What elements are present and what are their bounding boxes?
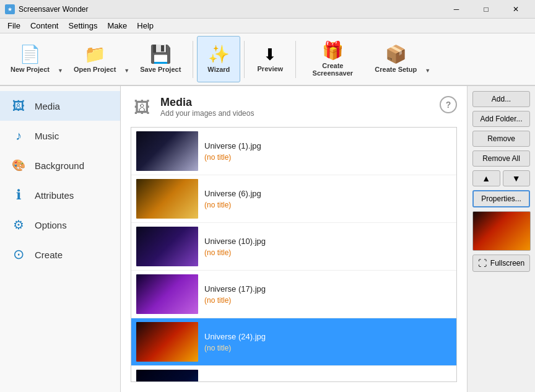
sidebar-item-background[interactable]: 🎨 Background xyxy=(0,150,120,180)
sidebar-create-label: Create xyxy=(35,250,63,260)
title-bar: ★ Screensaver Wonder ─ □ ✕ xyxy=(0,0,535,19)
sidebar-media-label: Media xyxy=(35,101,60,111)
menu-file[interactable]: File xyxy=(2,20,25,32)
menu-content[interactable]: Content xyxy=(25,20,64,32)
fullscreen-button[interactable]: ⛶ Fullscreen xyxy=(472,255,530,272)
sidebar-item-create[interactable]: ⊙ Create xyxy=(0,240,120,269)
maximize-button[interactable]: □ xyxy=(472,0,500,19)
media-info-2: Universe (6).jpg (no title) xyxy=(204,189,451,209)
media-info-3: Universe (10).jpg (no title) xyxy=(204,237,451,257)
wizard-button[interactable]: ✨ Wizard xyxy=(197,36,240,82)
create-setup-arrow[interactable]: ▼ xyxy=(425,36,432,82)
open-project-group: 📁 Open Project ▼ xyxy=(66,36,131,82)
create-screensaver-button[interactable]: 🎁 Create Screensaver xyxy=(300,36,365,82)
media-thumb-5 xyxy=(136,322,198,362)
sidebar: 🖼 Media ♪ Music 🎨 Background ℹ Attribute… xyxy=(0,86,121,392)
menu-bar: File Content Settings Make Help xyxy=(0,19,535,33)
content-subtitle: Add your images and videos xyxy=(160,109,254,118)
create-setup-button[interactable]: 📦 Create Setup xyxy=(367,36,425,82)
remove-button[interactable]: Remove xyxy=(472,131,530,147)
new-project-button[interactable]: 📄 New Project xyxy=(2,36,58,82)
preview-label: Preview xyxy=(258,65,284,72)
toolbar-separator-2 xyxy=(244,41,245,78)
content-title: Media xyxy=(160,96,254,109)
media-item-1[interactable]: Universe (1).jpg (no title) xyxy=(131,128,456,175)
media-filename-2: Universe (6).jpg xyxy=(204,189,451,198)
app-title: Screensaver Wonder xyxy=(19,5,89,14)
sidebar-options-label: Options xyxy=(35,220,67,230)
add-folder-button[interactable]: Add Folder... xyxy=(472,111,530,127)
sidebar-item-options[interactable]: ⚙ Options xyxy=(0,210,120,240)
toolbar-separator-3 xyxy=(295,41,296,78)
media-list[interactable]: Universe (1).jpg (no title) Universe (6)… xyxy=(131,127,457,382)
move-buttons: ▲ ▼ xyxy=(472,170,530,186)
preview-button[interactable]: ⬇ Preview xyxy=(248,36,292,82)
content-header-icon: 🖼 xyxy=(131,96,153,118)
media-item-5[interactable]: Universe (24).jpg (no title) xyxy=(131,318,456,366)
media-filename-5: Universe (24).jpg xyxy=(204,332,451,341)
media-item-6[interactable]: Universe (26).jpg (no title) xyxy=(131,366,456,382)
save-project-label: Save Project xyxy=(140,66,181,73)
media-thumb-4 xyxy=(136,274,198,314)
move-down-button[interactable]: ▼ xyxy=(503,170,531,186)
preview-thumbnail xyxy=(472,211,531,251)
background-icon: 🎨 xyxy=(10,157,27,174)
open-project-arrow[interactable]: ▼ xyxy=(124,36,131,82)
open-project-button[interactable]: 📁 Open Project xyxy=(66,36,124,82)
media-thumb-2 xyxy=(136,179,198,219)
create-setup-label: Create Setup xyxy=(375,66,417,73)
title-bar-controls: ─ □ ✕ xyxy=(442,0,530,19)
media-thumb-3 xyxy=(136,227,198,266)
new-project-group: 📄 New Project ▼ xyxy=(2,36,64,82)
content-header: 🖼 Media Add your images and videos ? xyxy=(131,96,457,118)
sidebar-music-label: Music xyxy=(35,131,59,141)
media-item-4[interactable]: Universe (17).jpg (no title) xyxy=(131,271,456,318)
close-button[interactable]: ✕ xyxy=(502,0,530,19)
wizard-label: Wizard xyxy=(207,66,230,73)
app-icon: ★ xyxy=(5,4,15,14)
media-title-5: (no title) xyxy=(204,344,451,352)
open-project-label: Open Project xyxy=(74,66,116,73)
media-item-3[interactable]: Universe (10).jpg (no title) xyxy=(131,223,456,271)
media-filename-3: Universe (10).jpg xyxy=(204,237,451,246)
content-header-text: Media Add your images and videos xyxy=(160,96,254,118)
media-title-4: (no title) xyxy=(204,296,451,305)
sidebar-item-attributes[interactable]: ℹ Attributes xyxy=(0,180,120,210)
help-button[interactable]: ? xyxy=(440,96,457,113)
media-filename-4: Universe (17).jpg xyxy=(204,284,451,294)
preview-icon: ⬇ xyxy=(263,46,277,63)
create-setup-icon: 📦 xyxy=(385,46,407,63)
main-content: 🖼 Media ♪ Music 🎨 Background ℹ Attribute… xyxy=(0,86,535,392)
move-up-button[interactable]: ▲ xyxy=(472,170,500,186)
create-icon: ⊙ xyxy=(10,246,27,263)
menu-help[interactable]: Help xyxy=(132,20,159,32)
create-screensaver-label: Create Screensaver xyxy=(308,62,357,77)
fullscreen-icon: ⛶ xyxy=(478,258,487,268)
create-setup-group: 📦 Create Setup ▼ xyxy=(367,36,432,82)
sidebar-item-music[interactable]: ♪ Music xyxy=(0,121,120,150)
properties-button[interactable]: Properties... xyxy=(472,190,530,207)
toolbar-separator-1 xyxy=(193,41,193,78)
content-area: 🖼 Media Add your images and videos ? Uni… xyxy=(121,86,467,392)
media-item-2[interactable]: Universe (6).jpg (no title) xyxy=(131,175,456,223)
new-project-arrow[interactable]: ▼ xyxy=(58,36,64,82)
menu-settings[interactable]: Settings xyxy=(64,20,103,32)
media-thumb-6 xyxy=(136,370,198,382)
media-info-5: Universe (24).jpg (no title) xyxy=(204,332,451,352)
new-project-label: New Project xyxy=(11,66,50,73)
right-panel: Add... Add Folder... Remove Remove All ▲… xyxy=(467,86,535,392)
minimize-button[interactable]: ─ xyxy=(442,0,471,19)
media-info-4: Universe (17).jpg (no title) xyxy=(204,284,451,305)
wizard-icon: ✨ xyxy=(208,46,230,63)
menu-make[interactable]: Make xyxy=(102,20,132,32)
media-title-3: (no title) xyxy=(204,248,451,257)
fullscreen-label: Fullscreen xyxy=(490,259,524,268)
save-project-icon: 💾 xyxy=(150,46,172,63)
remove-all-button[interactable]: Remove All xyxy=(472,150,530,167)
save-project-button[interactable]: 💾 Save Project xyxy=(132,36,189,82)
sidebar-item-media[interactable]: 🖼 Media xyxy=(0,91,120,121)
media-filename-6: Universe (26).jpg xyxy=(204,380,451,383)
options-icon: ⚙ xyxy=(10,216,27,233)
sidebar-attributes-label: Attributes xyxy=(35,190,74,201)
add-button[interactable]: Add... xyxy=(472,91,530,107)
